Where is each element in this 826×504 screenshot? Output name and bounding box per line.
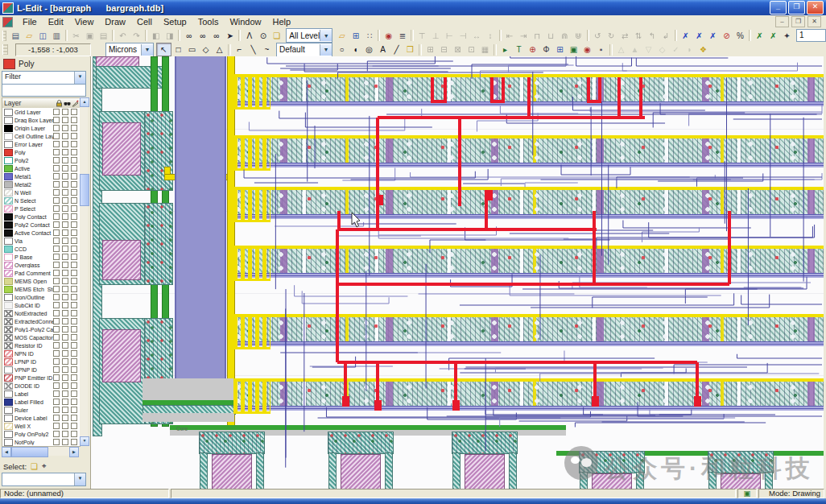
- node-highlight-button[interactable]: ▸: [498, 43, 512, 56]
- zoom-factor-input[interactable]: 1: [796, 29, 826, 42]
- lock-checkbox[interactable]: [53, 125, 60, 131]
- lock-checkbox[interactable]: [53, 326, 60, 333]
- menu-file[interactable]: File: [17, 16, 43, 27]
- layer-row-via[interactable]: Via: [2, 237, 80, 245]
- chevron-down-icon[interactable]: ▼: [141, 44, 153, 56]
- filter-dropdown[interactable]: Filter ▼: [2, 71, 86, 85]
- lock-checkbox[interactable]: [53, 302, 60, 308]
- draw-checkbox[interactable]: [71, 342, 77, 349]
- wire-90-tool-button[interactable]: ⌐: [233, 43, 246, 56]
- lock-checkbox[interactable]: [53, 382, 60, 389]
- layer-list-header[interactable]: Layer: [2, 97, 81, 109]
- levels-dropdown[interactable]: All Levels▼: [286, 28, 332, 43]
- lock-checkbox[interactable]: [53, 423, 60, 429]
- layer-row-mos-capacitor-id[interactable]: MOS Capacitor ID: [2, 333, 80, 341]
- hide-checkbox[interactable]: [62, 270, 68, 276]
- lock-checkbox[interactable]: [53, 262, 60, 268]
- zoom-tool-button[interactable]: ⊙: [256, 30, 270, 42]
- find-button[interactable]: ∞: [182, 30, 196, 42]
- layer-row-icon-outline[interactable]: Icon/Outline: [2, 293, 80, 301]
- select-text-icon[interactable]: ⌖: [42, 461, 47, 471]
- hide-checkbox[interactable]: [62, 197, 68, 204]
- hide-checkbox[interactable]: [62, 109, 68, 115]
- hide-checkbox[interactable]: [62, 133, 68, 139]
- draw-checkbox[interactable]: [71, 238, 77, 244]
- layer-list-vscrollbar[interactable]: ▲ ▼: [80, 97, 88, 446]
- layer-row-label[interactable]: Label: [2, 390, 80, 398]
- lock-icon[interactable]: [56, 100, 63, 107]
- lock-checkbox[interactable]: [53, 109, 60, 115]
- draw-checkbox[interactable]: [71, 374, 77, 381]
- layer-row-p-base[interactable]: P Base: [2, 253, 80, 261]
- hide-icon[interactable]: [64, 100, 71, 107]
- draw-checkbox[interactable]: [71, 133, 77, 139]
- node-clear-button[interactable]: ⊕: [526, 43, 539, 56]
- layer-row-origin-layer[interactable]: Origin Layer: [2, 124, 80, 132]
- wire-45-tool-button[interactable]: ╲: [246, 43, 260, 56]
- menu-view[interactable]: View: [69, 16, 100, 27]
- draw-checkbox[interactable]: [71, 125, 77, 131]
- draw-checkbox[interactable]: [71, 157, 77, 163]
- hide-checkbox[interactable]: [62, 157, 68, 163]
- layer-row-ruler[interactable]: Ruler: [2, 406, 80, 414]
- lock-checkbox[interactable]: [53, 439, 60, 445]
- lock-checkbox[interactable]: [53, 431, 60, 437]
- current-layer-swatch[interactable]: [3, 59, 15, 69]
- draw-checkbox[interactable]: [71, 117, 77, 123]
- lock-checkbox[interactable]: [53, 318, 60, 324]
- layer-row-notextracted[interactable]: NotExtracted: [2, 309, 80, 317]
- title-bar[interactable]: L-Edit - [bargraph bargraph.tdb] _ ❐ ✕: [0, 0, 826, 15]
- mdi-close-button[interactable]: ✕: [807, 16, 821, 27]
- drc-clear-button[interactable]: ▪: [594, 43, 608, 56]
- angle-90-button[interactable]: ✗: [706, 30, 720, 42]
- box-tool-button[interactable]: □: [171, 43, 185, 56]
- layer-palette-button[interactable]: ❏: [270, 30, 283, 42]
- layer-row-p-select[interactable]: P Select: [2, 204, 80, 213]
- layer-row-grid-layer[interactable]: Grid Layer: [2, 108, 80, 116]
- lock-checkbox[interactable]: [53, 181, 60, 188]
- menu-draw[interactable]: Draw: [99, 16, 131, 27]
- draw-checkbox[interactable]: [71, 423, 77, 429]
- menu-help[interactable]: Help: [267, 16, 297, 27]
- hide-checkbox[interactable]: [62, 221, 68, 228]
- select-objects-icon[interactable]: ❏: [31, 462, 38, 471]
- hide-checkbox[interactable]: [62, 173, 68, 180]
- highlighted-net[interactable]: [337, 77, 729, 404]
- hide-checkbox[interactable]: [62, 423, 68, 429]
- draw-checkbox[interactable]: [71, 415, 77, 421]
- hide-checkbox[interactable]: [62, 213, 68, 220]
- draw-checkbox[interactable]: [71, 310, 77, 316]
- lock-checkbox[interactable]: [53, 221, 60, 228]
- draw-checkbox[interactable]: [71, 366, 77, 373]
- menu-setup[interactable]: Setup: [158, 16, 192, 27]
- layer-row-label-filled[interactable]: Label Filled: [2, 398, 80, 406]
- hide-checkbox[interactable]: [62, 382, 68, 389]
- hide-checkbox[interactable]: [62, 366, 68, 373]
- pie-tool-button[interactable]: ◖: [349, 43, 362, 56]
- hide-checkbox[interactable]: [62, 334, 68, 341]
- hide-checkbox[interactable]: [62, 439, 68, 445]
- draw-checkbox[interactable]: [71, 213, 77, 220]
- lock-checkbox[interactable]: [53, 165, 60, 171]
- new-file-button[interactable]: ▤: [9, 30, 23, 42]
- draw-icon[interactable]: [72, 100, 79, 107]
- layer-row-error-layer[interactable]: Error Layer: [2, 140, 80, 148]
- draw-checkbox[interactable]: [71, 221, 77, 228]
- layer-row-diode-id[interactable]: DIODE ID: [2, 382, 80, 390]
- lock-checkbox[interactable]: [53, 358, 60, 365]
- draw-checkbox[interactable]: [71, 181, 77, 188]
- angle-45-button[interactable]: ✗: [692, 30, 706, 42]
- scroll-up-icon[interactable]: ▲: [80, 97, 89, 107]
- layer-row-subckt-id[interactable]: SubCkt ID: [2, 301, 80, 309]
- menu-edit[interactable]: Edit: [43, 16, 69, 27]
- open-file-button[interactable]: ▱: [23, 30, 36, 42]
- layer-row-device-label[interactable]: Device Label: [2, 414, 80, 422]
- lock-checkbox[interactable]: [53, 157, 60, 163]
- hide-checkbox[interactable]: [62, 238, 68, 244]
- lock-checkbox[interactable]: [53, 342, 60, 349]
- mdi-minimize-button[interactable]: –: [775, 16, 789, 27]
- instance-tool-button[interactable]: ❒: [403, 43, 417, 56]
- draw-checkbox[interactable]: [71, 205, 77, 212]
- save-file-button[interactable]: ◫: [36, 30, 50, 42]
- hide-checkbox[interactable]: [62, 350, 68, 357]
